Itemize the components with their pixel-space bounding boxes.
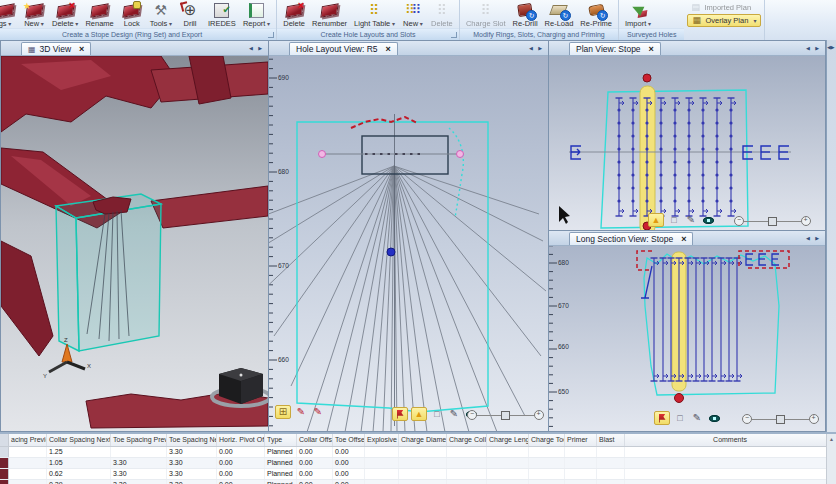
table-cell[interactable] (529, 447, 565, 457)
ribbon-button-re-prime[interactable]: Re-Prime (577, 1, 615, 28)
table-cell[interactable] (487, 447, 529, 457)
close-icon[interactable]: × (386, 45, 391, 53)
table-cell[interactable] (529, 458, 565, 468)
3d-viewport[interactable]: Z X Y (1, 56, 268, 431)
ribbon-button-delete[interactable]: Delete (428, 1, 456, 28)
table-row[interactable]: 1.053.303.300.00Planned0.000.00 (0, 458, 836, 469)
table-cell[interactable] (597, 469, 625, 479)
table-cell[interactable] (565, 458, 597, 468)
table-cell[interactable] (625, 458, 836, 468)
ribbon-button-report[interactable]: Report (240, 1, 273, 28)
row-selector[interactable] (0, 447, 9, 457)
zoom-slider[interactable] (742, 414, 819, 424)
plan-viewport[interactable] (549, 56, 825, 230)
table-cell[interactable]: 3.30 (111, 469, 167, 479)
table-cell[interactable] (565, 447, 597, 457)
ribbon-button-drill[interactable]: Drill (176, 1, 204, 28)
table-cell[interactable] (625, 480, 836, 484)
table-cell[interactable]: 0.39 (47, 480, 111, 484)
column-header[interactable]: Toe Spacing Next (167, 434, 217, 446)
tab-scroll-arrows[interactable]: ◀ ▶ (806, 45, 821, 51)
zoom-slider[interactable] (734, 216, 811, 226)
tab-scroll-arrows[interactable]: ◀▶ (827, 44, 835, 50)
flag-icon[interactable] (654, 411, 670, 425)
table-row[interactable]: 0.623.303.300.00Planned0.000.00 (0, 469, 836, 480)
ribbon-button-delete[interactable]: Delete (280, 1, 308, 28)
table-cell[interactable] (565, 480, 597, 484)
column-header[interactable]: Charge Collar (447, 434, 487, 446)
pencil-icon[interactable] (447, 408, 461, 420)
table-cell[interactable]: 0.00 (217, 447, 265, 457)
table-cell[interactable]: 0.00 (217, 458, 265, 468)
tab-scroll-arrows[interactable]: ◀ ▶ (806, 235, 821, 241)
table-cell[interactable]: 0.00 (297, 458, 333, 468)
ribbon-button-renumber[interactable]: Renumber (309, 1, 350, 28)
table-cell[interactable] (399, 447, 447, 457)
table-cell[interactable]: 1.25 (47, 447, 111, 457)
table-cell[interactable]: 0.00 (297, 480, 333, 484)
ribbon-button-light-table[interactable]: Light Table (351, 1, 398, 28)
tab-plan-view[interactable]: Plan View: Stope × (569, 42, 661, 55)
table-cell[interactable] (365, 469, 399, 479)
table-row[interactable]: 1.253.300.00Planned0.000.00 (0, 447, 836, 458)
table-cell[interactable]: 3.30 (167, 469, 217, 479)
column-header[interactable]: Horiz. Pivot Offset (217, 434, 265, 446)
column-header[interactable]: Charge Toe (529, 434, 565, 446)
column-header[interactable]: Blast (597, 434, 625, 446)
tab-hole-layout[interactable]: Hole Layout View: R5 × (289, 42, 398, 55)
table-cell[interactable] (365, 480, 399, 484)
tab-3d-view[interactable]: 3D View × (21, 42, 91, 55)
overlay-toggle-icon[interactable] (275, 405, 291, 419)
table-cell[interactable]: 0.00 (333, 469, 365, 479)
dialog-launcher-icon[interactable] (451, 32, 457, 38)
table-cell[interactable] (625, 447, 836, 457)
column-header[interactable]: Primer (565, 434, 597, 446)
table-cell[interactable]: 3.30 (167, 447, 217, 457)
pencil-icon[interactable] (684, 214, 698, 226)
docked-panel-edge[interactable]: ◀▶ (826, 40, 836, 432)
table-cell[interactable] (9, 447, 47, 457)
table-cell[interactable] (9, 458, 47, 468)
row-selector[interactable] (0, 469, 9, 479)
ribbon-button-new[interactable]: New (399, 1, 427, 28)
ribbon-button-new[interactable]: New (20, 1, 48, 28)
table-cell[interactable]: 0.00 (333, 480, 365, 484)
close-icon[interactable]: × (681, 235, 686, 243)
table-cell[interactable] (9, 469, 47, 479)
table-cell[interactable]: Planned (265, 480, 297, 484)
markup-icon[interactable] (294, 406, 308, 418)
ribbon-button-delete[interactable]: Delete (49, 1, 81, 28)
table-cell[interactable] (597, 458, 625, 468)
tab-long-section[interactable]: Long Section View: Stope × (569, 232, 693, 245)
ribbon-button-re-drill[interactable]: Re-Drill (510, 1, 541, 28)
table-cell[interactable] (487, 469, 529, 479)
table-cell[interactable] (487, 480, 529, 484)
table-cell[interactable] (447, 458, 487, 468)
table-cell[interactable]: 0.00 (333, 447, 365, 457)
sketch-icon[interactable] (311, 406, 325, 418)
table-cell[interactable] (111, 447, 167, 457)
table-cell[interactable]: Planned (265, 447, 297, 457)
row-selector[interactable] (0, 458, 9, 468)
table-cell[interactable]: 0.62 (47, 469, 111, 479)
table-cell[interactable] (399, 469, 447, 479)
column-header[interactable]: Toe Offset (333, 434, 365, 446)
long-section-viewport[interactable]: 680670660650 (549, 246, 825, 431)
column-header[interactable]: Explosive (365, 434, 399, 446)
label-icon[interactable] (673, 412, 687, 424)
table-cell[interactable]: 1.05 (47, 458, 111, 468)
table-scrollbar[interactable]: ▲ (826, 434, 836, 484)
column-header[interactable]: acing Previous (9, 434, 47, 446)
column-header[interactable]: Charge Length (487, 434, 529, 446)
label-icon[interactable] (430, 408, 444, 420)
table-row[interactable]: 0.393.303.300.00Planned0.000.00 (0, 480, 836, 484)
table-cell[interactable] (399, 480, 447, 484)
table-cell[interactable]: 0.00 (333, 458, 365, 468)
table-cell[interactable] (399, 458, 447, 468)
table-cell[interactable] (447, 469, 487, 479)
visibility-icon[interactable] (707, 412, 721, 424)
table-cell[interactable]: 0.00 (297, 469, 333, 479)
table-cell[interactable]: 0.00 (297, 447, 333, 457)
dialog-launcher-icon[interactable] (268, 32, 274, 38)
table-cell[interactable] (447, 447, 487, 457)
